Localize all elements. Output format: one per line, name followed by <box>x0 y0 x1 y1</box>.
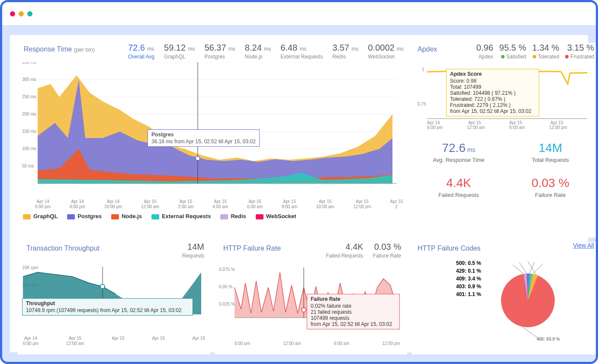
apdex-title: Apdex <box>415 43 437 53</box>
fr-metric-failure-rate: 0.03 %Failure Rate <box>373 242 401 259</box>
surface: Response Time (per txn) 72.6 msOverall A… <box>2 26 596 362</box>
svg-text:1: 1 <box>422 67 424 72</box>
svg-text:15K rpm: 15K rpm <box>22 265 39 270</box>
failure-rate-tooltip: Failure Rate 0.02% failure rate 21 faile… <box>307 294 400 329</box>
svg-text:6:00 pm: 6:00 pm <box>427 125 443 130</box>
svg-text:250 ms: 250 ms <box>22 94 36 99</box>
svg-text:0.025 %: 0.025 % <box>219 302 235 306</box>
svg-text:Apr 14: Apr 14 <box>427 120 440 125</box>
apdex-metric-tolerated: 1.34 %Tolerated <box>532 43 559 60</box>
svg-text:100 ms: 100 ms <box>22 146 36 151</box>
pie-label: 403: 0.9 % <box>438 283 481 290</box>
legend-postgres[interactable]: Postgres <box>67 213 102 219</box>
throughput-panel: Transaction Throughput 14M Requests 15K … <box>18 242 210 354</box>
apdex-metric-satisfied: 95.5 %Satisfied <box>499 43 526 60</box>
metric-websocket: 0.0002 msWebSocket <box>368 43 404 60</box>
response-time-legend: GraphQLPostgresNode.jsExternal RequestsR… <box>18 210 407 222</box>
metric-overall-avg: 72.6 msOverall Avg <box>128 43 154 60</box>
svg-text:0.75: 0.75 <box>418 102 426 106</box>
stat-avg-response-time: 72.6 msAvg. Response Time <box>415 137 502 168</box>
stat-failed-requests: 4.4K Failed Requests <box>415 172 502 203</box>
minimize-icon[interactable] <box>19 11 24 16</box>
svg-text:150 ms: 150 ms <box>22 129 36 134</box>
svg-line-47 <box>521 326 539 338</box>
close-icon[interactable] <box>10 11 15 16</box>
failure-rate-title: HTTP Failure Rate <box>221 242 281 252</box>
metric-node-js: 8.24 msNode.js <box>245 43 271 60</box>
zoom-icon[interactable] <box>27 11 32 16</box>
svg-text:Apr 15: Apr 15 <box>550 120 563 125</box>
throughput-value: 14M <box>182 242 204 252</box>
response-time-panel: Response Time (per txn) 72.6 msOverall A… <box>18 43 407 238</box>
response-time-title: Response Time (per txn) <box>21 43 95 53</box>
svg-text:Apr 15: Apr 15 <box>509 120 522 125</box>
view-all-link[interactable]: View All <box>573 242 594 249</box>
pie-label: 409: 3.4 % <box>438 275 481 283</box>
dashboard: Response Time (per txn) 72.6 msOverall A… <box>10 35 588 352</box>
svg-text:300 ms: 300 ms <box>22 77 36 82</box>
svg-line-46 <box>513 265 524 274</box>
legend-external-requests[interactable]: External Requests <box>151 213 211 219</box>
throughput-tooltip: Throughput 10749.9 rpm (107499 requests)… <box>22 298 193 316</box>
failure-codes-chart[interactable]: 400: 93.9 % <box>485 259 571 341</box>
metric-graphql: 59.12 msGraphQL <box>164 43 195 60</box>
legend-node-js[interactable]: Node.js <box>111 213 142 219</box>
fr-metric-failed-requests: 4.4KFailed Requests <box>326 242 363 259</box>
failure-codes-panel: HTTP Failure Codes View All 500: 0.5 %42… <box>412 242 598 354</box>
stat-failure-rate: 0.03 % Failure Rate <box>507 172 594 203</box>
svg-line-42 <box>532 264 543 274</box>
failure-codes-title: HTTP Failure Codes <box>415 242 481 252</box>
stat-total-requests: 14M Total Requests <box>507 137 594 168</box>
svg-text:0.05 %: 0.05 % <box>219 284 232 289</box>
label-400: 400: 93.9 % <box>537 337 560 341</box>
svg-text:0.075 %: 0.075 % <box>219 267 235 272</box>
metric-redis: 3.57 msRedis <box>332 43 358 60</box>
svg-point-39 <box>302 308 306 312</box>
svg-line-45 <box>519 262 527 274</box>
apdex-panel: Apdex 0.96Apdex95.5 %Satisfied1.34 %Tole… <box>412 43 598 238</box>
throughput-title: Transaction Throughput <box>24 242 100 252</box>
metric-postgres: 56.37 msPostgres <box>204 43 235 60</box>
svg-text:Apr 15: Apr 15 <box>468 120 481 125</box>
svg-text:12:00 am: 12:00 am <box>467 125 485 130</box>
pie-label: 401: 1.1 % <box>438 290 481 298</box>
metric-external-requests: 6.48 msExternal Requests <box>280 43 323 60</box>
apdex-metric-frustrated: 3.15 %Frustrated <box>565 43 594 60</box>
failure-rate-panel: HTTP Failure Rate 4.4KFailed Requests0.0… <box>215 242 407 354</box>
apdex-metric-apdex: 0.96Apdex <box>476 43 493 60</box>
app-window: Response Time (per txn) 72.6 msOverall A… <box>0 0 598 364</box>
svg-point-15 <box>196 156 200 161</box>
svg-point-33 <box>100 284 105 289</box>
svg-text:200 ms: 200 ms <box>22 112 36 116</box>
svg-text:12:00 pm: 12:00 pm <box>549 125 567 130</box>
titlebar <box>2 2 596 26</box>
pie-label: 500: 0.5 % <box>438 259 481 267</box>
response-time-tooltip: Postgres 36.18 ms from Apr 15, 02:52 til… <box>148 129 260 147</box>
svg-text:350 ms: 350 ms <box>22 62 36 64</box>
legend-websocket[interactable]: WebSocket <box>256 213 296 219</box>
legend-graphql[interactable]: GraphQL <box>23 213 58 219</box>
row2-left: Transaction Throughput 14M Requests 15K … <box>18 242 407 354</box>
apdex-tooltip: Apdex Score Score: 0.98 Total: 107499 Sa… <box>446 69 539 116</box>
legend-redis[interactable]: Redis <box>220 213 246 219</box>
pie-label: 429: 0.1 % <box>438 267 481 275</box>
svg-text:6:00 am: 6:00 am <box>509 125 525 130</box>
svg-text:50 ms: 50 ms <box>22 164 34 168</box>
